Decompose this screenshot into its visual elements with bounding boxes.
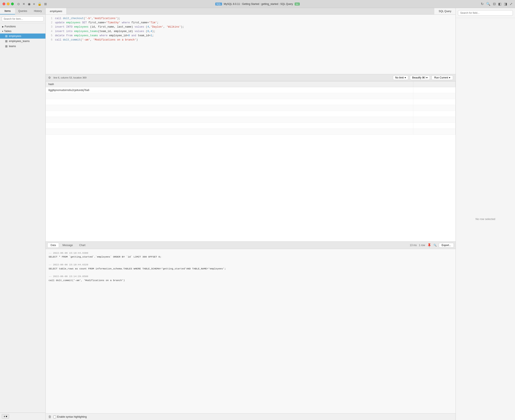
- cell-empty-7a: [46, 123, 413, 129]
- code-content-6: call dolt_commit('-am', 'Modifications o…: [55, 38, 138, 42]
- table-row-7[interactable]: [46, 123, 456, 129]
- cell-empty-1: [413, 87, 456, 93]
- table-row-6[interactable]: [46, 117, 456, 123]
- run-label: Run Current: [434, 76, 448, 79]
- search-icon[interactable]: 🔍: [486, 2, 490, 6]
- cell-empty-8b: [413, 129, 456, 135]
- sidebar-section-tables[interactable]: ▾ Tables: [0, 29, 46, 34]
- sidebar-search-input[interactable]: [2, 16, 44, 22]
- minimize-button[interactable]: [7, 3, 9, 5]
- column-hash: hash: [46, 82, 413, 87]
- titlebar-icons: ⊙ ✕ ◉ ≡ 🔒 ⊞: [17, 2, 47, 6]
- editor-tab-employees[interactable]: employees: [46, 8, 67, 15]
- code-editor[interactable]: 1 call dolt_checkout('-b','modifications…: [46, 15, 456, 74]
- export-button[interactable]: Export...: [439, 243, 454, 248]
- layout-icon[interactable]: ⊟: [493, 2, 496, 6]
- table-row-2[interactable]: [46, 93, 456, 99]
- code-line-4: 4 insert into employees_teams(team_id, e…: [46, 29, 456, 34]
- search-results-icon[interactable]: 🔍: [433, 244, 437, 247]
- chevron-right-icon: ▶: [2, 25, 4, 28]
- loc-badge: loc: [295, 3, 300, 6]
- traffic-lights: [3, 3, 14, 5]
- line-number-6: 6: [48, 38, 53, 42]
- code-content-2: update employees SET first_name='Timothy…: [55, 21, 159, 25]
- section-functions-label: Functions: [5, 25, 16, 28]
- timing-label: 13 ms: [410, 244, 417, 247]
- fullscreen-icon[interactable]: ⤢: [510, 2, 512, 6]
- limit-dropdown[interactable]: No limit ▾: [393, 75, 408, 80]
- sidebar-item-employees-teams[interactable]: ⊞ employees_teams: [0, 39, 46, 44]
- log-query-3: call dolt_commit('-am', 'Modifications o…: [49, 278, 453, 282]
- cell-hash: 8gglbpnomudsirns6u2cjeitundq76a6: [46, 87, 413, 93]
- code-content-5: delete from employees_teams where employ…: [55, 34, 154, 38]
- sidebar-right-icon[interactable]: ◨: [504, 2, 507, 6]
- code-line-1: 1 call dolt_checkout('-b','modifications…: [46, 16, 456, 21]
- table-row-4[interactable]: [46, 105, 456, 111]
- editor-tabs: employees SQL Query: [46, 8, 456, 15]
- toolbar-controls: No limit ▾ Beautify ⌘I ▾ Run Current ▾: [393, 75, 453, 80]
- cell-empty-6a: [46, 117, 413, 123]
- table-row-1[interactable]: 8gglbpnomudsirns6u2cjeitundq76a6: [46, 87, 456, 93]
- tab-items[interactable]: Items: [0, 8, 15, 15]
- eye-icon[interactable]: ◉: [28, 2, 31, 6]
- results-table: hash 8gglbpnomudsirns6u2cjeitundq76a6: [46, 81, 456, 135]
- run-button[interactable]: Run Current ▾: [431, 75, 453, 80]
- sidebar-item-employees[interactable]: ⊞ employees: [0, 34, 46, 39]
- trash-icon[interactable]: 🗑: [48, 415, 52, 419]
- beautify-label: Beautify ⌘I: [412, 76, 425, 79]
- log-comment-3: -- 2022-06-06 15:14:29.8580: [49, 275, 453, 278]
- editor-tab-sql-query[interactable]: SQL Query: [434, 8, 456, 15]
- log-comment-2: -- 2022-06-06 15:10:44.6320: [49, 263, 453, 267]
- close-button[interactable]: [3, 3, 5, 5]
- activity-icon[interactable]: ⊙: [17, 2, 20, 6]
- lock-icon[interactable]: 🔒: [38, 2, 42, 6]
- sidebar: Items Queries History ▶ Functions ▾ Tabl…: [0, 8, 46, 420]
- tab-queries[interactable]: Queries: [15, 8, 30, 15]
- cell-empty-6b: [413, 117, 456, 123]
- pin-icon[interactable]: 📌: [426, 242, 432, 248]
- sidebar-item-label-employees-teams: employees_teams: [9, 40, 30, 43]
- sidebar-left-icon[interactable]: ◧: [498, 2, 501, 6]
- list-icon[interactable]: ≡: [33, 2, 35, 6]
- log-query-1: SELECT * FROM `getting_started`.`employe…: [49, 255, 453, 259]
- database-icon[interactable]: ⊞: [44, 2, 47, 6]
- chevron-down-icon-limit: ▾: [405, 76, 406, 79]
- maximize-button[interactable]: [11, 3, 14, 5]
- right-search-input[interactable]: [458, 10, 513, 16]
- sidebar-section-functions[interactable]: ▶ Functions: [0, 24, 46, 29]
- tab-history[interactable]: History: [30, 8, 46, 15]
- code-line-3: 3 insert INTO employees (id, first_name,…: [46, 25, 456, 29]
- code-line-6: 6 call dolt_commit('-am', 'Modifications…: [46, 38, 456, 42]
- add-button[interactable]: + ▾: [2, 414, 9, 419]
- sql-badge: SQL: [215, 3, 222, 6]
- sidebar-item-teams[interactable]: ⊞ teams: [0, 44, 46, 49]
- refresh-icon[interactable]: ↻: [481, 2, 484, 6]
- table-row-5[interactable]: [46, 111, 456, 117]
- cursor-position: line 6, column 53, location 369: [54, 76, 86, 79]
- column-empty: [413, 82, 456, 87]
- sidebar-content: ▶ Functions ▾ Tables ⊞ employees ⊞ emplo…: [0, 23, 46, 412]
- code-content-4: insert into employees_teams(team_id, emp…: [55, 29, 155, 34]
- table-row-8[interactable]: [46, 129, 456, 135]
- results-table-wrapper: hash 8gglbpnomudsirns6u2cjeitundq76a6: [46, 81, 456, 241]
- titlebar: ⊙ ✕ ◉ ≡ 🔒 ⊞ SQL MySQL 8.0.11 : Getting S…: [0, 0, 515, 8]
- table-icon-employees: ⊞: [5, 34, 8, 38]
- gear-icon[interactable]: ⚙: [48, 76, 51, 79]
- close-tab-icon[interactable]: ✕: [23, 2, 25, 6]
- cell-empty-7b: [413, 123, 456, 129]
- bottom-tabs: Data Message Chart 13 ms 1 row 📌 🔍 Expor…: [46, 241, 456, 249]
- syntax-highlighting-checkbox[interactable]: [53, 416, 56, 418]
- table-row-3[interactable]: [46, 99, 456, 105]
- bottom-tab-message[interactable]: Message: [59, 243, 76, 248]
- cell-empty-4a: [46, 105, 413, 111]
- log-entry-2: -- 2022-06-06 15:10:44.6320 SELECT table…: [49, 263, 453, 271]
- titlebar-center: SQL MySQL 8.0.11 : Getting Started : get…: [215, 3, 300, 6]
- beautify-dropdown[interactable]: Beautify ⌘I ▾: [410, 75, 430, 80]
- bottom-tab-data[interactable]: Data: [47, 243, 59, 248]
- cell-empty-2a: [46, 93, 413, 99]
- rows-label: 1 row: [419, 244, 425, 247]
- window-title: MySQL 8.0.11 : Getting Started : getting…: [224, 3, 293, 6]
- bottom-tab-chart[interactable]: Chart: [76, 243, 88, 248]
- sidebar-tabs: Items Queries History: [0, 8, 46, 15]
- line-number-3: 3: [48, 25, 53, 29]
